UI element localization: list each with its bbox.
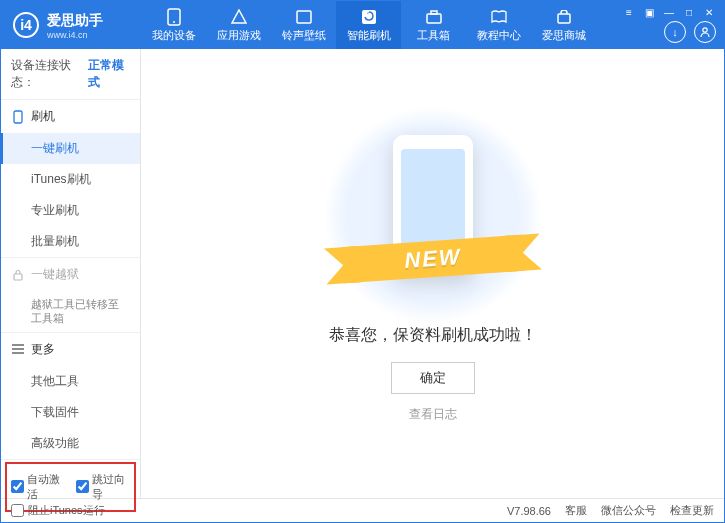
svg-rect-8 — [14, 111, 22, 123]
sidebar-item-advanced[interactable]: 高级功能 — [1, 428, 140, 459]
user-controls: ↓ — [664, 21, 716, 43]
app-url: www.i4.cn — [47, 30, 103, 40]
jailbreak-note: 越狱工具已转移至 工具箱 — [1, 291, 140, 332]
toolbox-icon — [425, 8, 443, 26]
nav-flash[interactable]: 智能刷机 — [336, 1, 401, 49]
update-link[interactable]: 检查更新 — [670, 503, 714, 518]
maximize-icon[interactable]: □ — [682, 5, 696, 19]
sidebar-item-batch[interactable]: 批量刷机 — [1, 226, 140, 257]
nav-shop[interactable]: 爱思商城 — [531, 1, 596, 49]
wallpaper-icon — [295, 8, 313, 26]
flash-icon — [360, 8, 378, 26]
nav-my-device[interactable]: 我的设备 — [141, 1, 206, 49]
connection-status: 设备连接状态： 正常模式 — [1, 49, 140, 100]
sidebar-item-pro[interactable]: 专业刷机 — [1, 195, 140, 226]
checkbox-skip-wizard[interactable]: 跳过向导 — [76, 472, 131, 502]
download-icon[interactable]: ↓ — [664, 21, 686, 43]
conn-value: 正常模式 — [88, 57, 130, 91]
skin-icon[interactable]: ▣ — [642, 5, 656, 19]
phone-icon — [165, 8, 183, 26]
svg-rect-6 — [558, 14, 570, 23]
checkbox-block-itunes[interactable]: 阻止iTunes运行 — [11, 503, 105, 518]
nav-toolbox[interactable]: 工具箱 — [401, 1, 466, 49]
section-flash[interactable]: 刷机 — [1, 100, 140, 133]
success-message: 恭喜您，保资料刷机成功啦！ — [329, 325, 537, 346]
success-illustration: NEW — [353, 125, 513, 305]
svg-rect-9 — [14, 274, 22, 280]
ribbon-text: NEW — [403, 244, 462, 274]
apps-icon — [230, 8, 248, 26]
close-icon[interactable]: ✕ — [702, 5, 716, 19]
sidebar: 设备连接状态： 正常模式 刷机 一键刷机 iTunes刷机 专业刷机 批量刷机 … — [1, 49, 141, 498]
window-controls: ≡ ▣ — □ ✕ — [614, 1, 724, 23]
titlebar: i4 爱思助手 www.i4.cn 我的设备 应用游戏 铃声壁纸 智能刷机 工具… — [1, 1, 724, 49]
view-log-link[interactable]: 查看日志 — [409, 406, 457, 423]
minimize-icon[interactable]: — — [662, 5, 676, 19]
svg-point-1 — [173, 21, 175, 23]
phone-small-icon — [11, 110, 25, 124]
main-content: NEW 恭喜您，保资料刷机成功啦！ 确定 查看日志 — [141, 49, 724, 498]
book-icon — [490, 8, 508, 26]
section-jailbreak: 一键越狱 — [1, 258, 140, 291]
svg-rect-4 — [427, 14, 441, 23]
service-link[interactable]: 客服 — [565, 503, 587, 518]
nav-tutorial[interactable]: 教程中心 — [466, 1, 531, 49]
app-name: 爱思助手 — [47, 12, 103, 28]
ok-button[interactable]: 确定 — [391, 362, 475, 394]
svg-point-7 — [703, 28, 707, 32]
sidebar-item-itunes[interactable]: iTunes刷机 — [1, 164, 140, 195]
sidebar-item-other[interactable]: 其他工具 — [1, 366, 140, 397]
svg-rect-5 — [431, 11, 437, 14]
sidebar-item-download[interactable]: 下载固件 — [1, 397, 140, 428]
user-icon[interactable] — [694, 21, 716, 43]
version-label: V7.98.66 — [507, 505, 551, 517]
logo-area: i4 爱思助手 www.i4.cn — [1, 11, 141, 40]
nav-apps[interactable]: 应用游戏 — [206, 1, 271, 49]
list-icon — [11, 342, 25, 356]
section-more[interactable]: 更多 — [1, 333, 140, 366]
logo-icon: i4 — [13, 12, 39, 38]
nav-ringtone[interactable]: 铃声壁纸 — [271, 1, 336, 49]
lock-icon — [11, 268, 25, 282]
wechat-link[interactable]: 微信公众号 — [601, 503, 656, 518]
sidebar-item-oneclick[interactable]: 一键刷机 — [1, 133, 140, 164]
svg-rect-2 — [297, 11, 311, 23]
checkbox-auto-activate[interactable]: 自动激活 — [11, 472, 66, 502]
conn-label: 设备连接状态： — [11, 57, 84, 91]
menu-icon[interactable]: ≡ — [622, 5, 636, 19]
shop-icon — [555, 8, 573, 26]
